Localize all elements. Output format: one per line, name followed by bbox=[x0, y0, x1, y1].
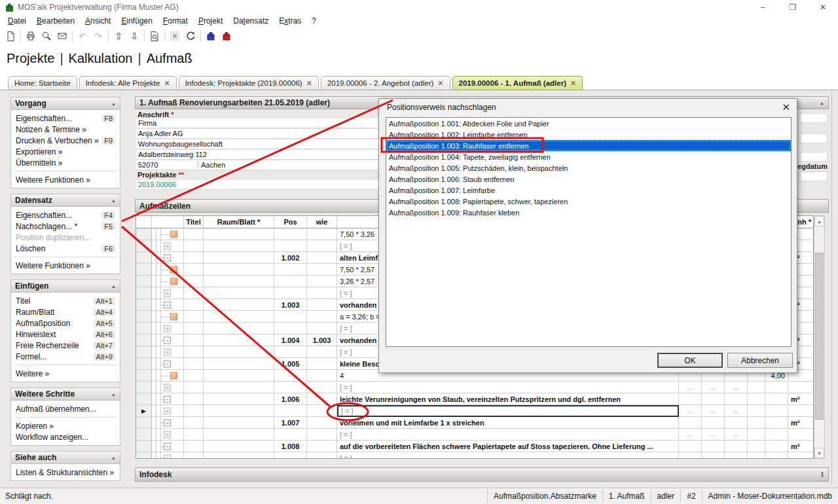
tab-2019-00006-1-aufma-adler-[interactable]: 2019.00006 - 1. Aufmaß (adler)✕ bbox=[452, 76, 583, 90]
collapse-icon[interactable]: ▲ bbox=[111, 456, 116, 460]
email-button[interactable] bbox=[54, 29, 70, 43]
menu-item-ansicht[interactable]: Ansicht bbox=[80, 15, 116, 27]
sidebar-item-aufmaß-übernehmen-[interactable]: Aufmaß übernehmen... bbox=[11, 403, 120, 414]
projektakte-field[interactable]: 2019.00006 bbox=[136, 180, 411, 190]
collapse-node-icon[interactable]: − bbox=[164, 442, 171, 450]
row-selector[interactable] bbox=[136, 264, 152, 276]
menu-item-einfügen[interactable]: Einfügen bbox=[116, 15, 157, 27]
sidebar-item-löschen[interactable]: LöschenF6 bbox=[11, 243, 120, 254]
print-preview-button[interactable] bbox=[39, 29, 54, 43]
dialog-list-item[interactable]: Aufmaßposition 1.008: Papiertapete, schw… bbox=[386, 196, 791, 207]
sidebar-item-eigenschaften-[interactable]: Eigenschaften...F8 bbox=[11, 113, 120, 124]
table-row[interactable]: ▶»[ = ]......... bbox=[136, 405, 813, 417]
row-selector[interactable] bbox=[136, 393, 152, 405]
sidebar-item-weitere-funktionen-[interactable]: Weitere Funktionen » bbox=[11, 260, 120, 271]
menu-item-?[interactable]: ? bbox=[306, 15, 321, 27]
row-selector[interactable] bbox=[136, 452, 152, 459]
collapse-icon[interactable]: ▲ bbox=[820, 101, 824, 105]
menu-item-datensatz[interactable]: Datensatz bbox=[228, 15, 274, 27]
collapse-node-icon[interactable]: − bbox=[164, 395, 171, 403]
dialog-close-icon[interactable]: ✕ bbox=[782, 101, 790, 113]
collapse-node-icon[interactable]: − bbox=[164, 419, 171, 426]
collapse-node-icon[interactable]: − bbox=[164, 360, 171, 367]
dialog-list-item[interactable]: Aufmaßposition 1.005: Putzschäden, klein… bbox=[386, 162, 791, 173]
menu-item-datei[interactable]: Datei bbox=[3, 15, 31, 27]
sidebar-item-exportieren-[interactable]: Exportieren » bbox=[11, 146, 120, 157]
sidebar-item-listen-strukturansichten-[interactable]: Listen & Strukturansichten » bbox=[11, 467, 120, 478]
refresh-button[interactable] bbox=[183, 29, 198, 43]
row-selector[interactable] bbox=[136, 287, 152, 299]
puzzle-blue-button[interactable] bbox=[203, 29, 219, 43]
dialog-list-item[interactable]: Aufmaßposition 1.001: Abdecken Folie und… bbox=[386, 118, 791, 129]
scrollbar-thumb[interactable] bbox=[815, 253, 824, 420]
row-selector[interactable] bbox=[136, 429, 152, 441]
tab-close-icon[interactable]: ✕ bbox=[570, 79, 576, 88]
row-selector[interactable] bbox=[136, 334, 152, 346]
collapse-node-icon[interactable]: − bbox=[164, 301, 171, 308]
panel-header[interactable]: Datensatz▲ bbox=[11, 194, 120, 207]
table-row[interactable]: −1.008auf die vorbereiteten Flächen schw… bbox=[136, 441, 813, 452]
tab-home-startseite[interactable]: Home: Startseite bbox=[8, 76, 77, 90]
row-selector[interactable]: ▶ bbox=[136, 405, 152, 417]
collapse-node-icon[interactable]: − bbox=[164, 336, 171, 344]
right-panel-field[interactable] bbox=[800, 171, 828, 181]
new-document-button[interactable] bbox=[3, 29, 18, 43]
collapse-icon[interactable]: ▲ bbox=[111, 198, 116, 203]
tab-close-icon[interactable]: ✕ bbox=[437, 79, 443, 88]
dialog-list-item[interactable]: Aufmaßposition 1.002: Leimfarbe entferne… bbox=[386, 129, 791, 140]
sidebar-item-formel-[interactable]: Formel...Alt+9 bbox=[11, 351, 120, 362]
close-icon[interactable]: ✕ bbox=[808, 0, 838, 14]
anschrift-zusatz-field[interactable]: Wohnungsbaugesellschaft bbox=[136, 139, 411, 149]
collapse-node-icon[interactable]: − bbox=[164, 254, 171, 261]
sidebar-item-aufmaßposition[interactable]: AufmaßpositionAlt+5 bbox=[11, 317, 120, 329]
table-row[interactable]: »[ = ] bbox=[136, 452, 813, 459]
sidebar-item-titel[interactable]: TitelAlt+1 bbox=[11, 295, 120, 306]
sidebar-item-drucken-verbuchen-[interactable]: Drucken & Verbuchen »F9 bbox=[11, 135, 120, 146]
row-selector[interactable] bbox=[136, 276, 152, 287]
sidebar-item-hinweistext[interactable]: HinweistextAlt+6 bbox=[11, 329, 120, 340]
anschrift-firma-field[interactable]: Firma bbox=[136, 118, 411, 128]
collapse-icon[interactable]: ▲ bbox=[111, 284, 116, 289]
collapse-icon[interactable]: ▲ bbox=[111, 392, 116, 397]
row-selector[interactable] bbox=[136, 346, 152, 358]
tab-infodesk-projektakte-2019-00006-[interactable]: Infodesk: Projektakte (2019.00006)✕ bbox=[179, 76, 319, 90]
sidebar-item-raum-blatt[interactable]: Raum/BlattAlt+4 bbox=[11, 306, 120, 317]
menu-item-format[interactable]: Format bbox=[158, 15, 193, 27]
table-row[interactable]: −1.006leichte Verunreinigungen von Staub… bbox=[136, 393, 813, 405]
table-row[interactable]: »[ = ]......... bbox=[136, 382, 813, 393]
restore-icon[interactable]: ❐ bbox=[778, 0, 808, 14]
minimize-icon[interactable]: – bbox=[748, 0, 778, 14]
dialog-list-item[interactable]: Aufmaßposition 1.004: Tapete, zweilagig … bbox=[386, 151, 791, 162]
row-selector[interactable] bbox=[136, 370, 152, 382]
row-selector[interactable] bbox=[136, 299, 152, 311]
vertical-scrollbar[interactable]: ▲ ▼ bbox=[814, 215, 825, 459]
scroll-up-icon[interactable]: ▲ bbox=[814, 216, 824, 226]
dialog-list-item[interactable]: Aufmaßposition 1.006: Staub entfernen bbox=[386, 173, 791, 185]
row-selector[interactable] bbox=[136, 252, 152, 264]
table-row[interactable]: −1.007vorleimen und mit Leimfarbe 1 x st… bbox=[136, 417, 813, 429]
row-selector[interactable] bbox=[136, 441, 152, 452]
row-selector[interactable] bbox=[136, 240, 152, 252]
anschrift-name-field[interactable]: Anja Adler AG bbox=[136, 129, 411, 139]
panel-header[interactable]: Weitere Schritte▲ bbox=[11, 388, 120, 401]
row-selector[interactable] bbox=[136, 382, 152, 393]
row-selector[interactable] bbox=[136, 323, 152, 334]
row-selector[interactable] bbox=[136, 417, 152, 429]
sidebar-item-nachschlagen-[interactable]: Nachschlagen... *F5 bbox=[11, 221, 120, 232]
tab-infodesk-alle-projekte[interactable]: Infodesk: Alle Projekte✕ bbox=[79, 76, 177, 90]
right-panel-field[interactable] bbox=[800, 152, 828, 162]
sidebar-item-weitere-funktionen-[interactable]: Weitere Funktionen » bbox=[11, 174, 120, 185]
collapse-icon[interactable]: ▲ bbox=[111, 101, 116, 106]
splitter-icon[interactable]: ▲▼ bbox=[820, 471, 824, 478]
sidebar-item-weitere-[interactable]: Weitere » bbox=[11, 368, 120, 379]
panel-header[interactable]: Einfügen▲ bbox=[11, 280, 120, 293]
sidebar-item-workflow-anzeigen-[interactable]: Workflow anzeigen... bbox=[11, 431, 120, 442]
cancel-button[interactable]: Abbrechen bbox=[727, 353, 793, 368]
scroll-down-icon[interactable]: ▼ bbox=[814, 448, 824, 458]
sidebar-item-übermitteln-[interactable]: Übermitteln » bbox=[11, 157, 120, 168]
cancel-task-button[interactable] bbox=[167, 29, 183, 43]
sidebar-item-freie-rechenzeile[interactable]: Freie RechenzeileAlt+7 bbox=[11, 340, 120, 351]
anschrift-strasse-field[interactable]: Adalbertsteinweg 112 bbox=[136, 150, 411, 160]
redo-button[interactable]: ↷ bbox=[90, 29, 106, 43]
row-selector[interactable] bbox=[136, 311, 152, 323]
